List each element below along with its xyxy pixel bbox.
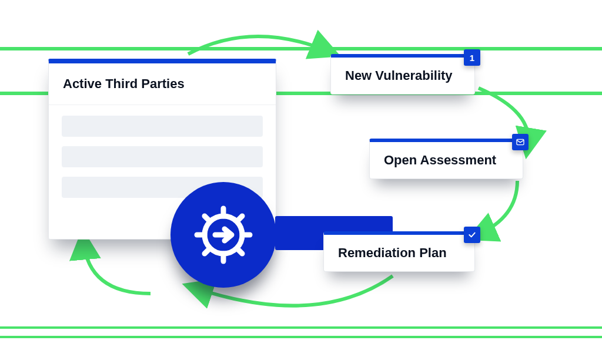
step-open-assessment: Open Assessment — [369, 139, 523, 179]
mail-badge — [512, 134, 529, 150]
panel-title: Active Third Parties — [49, 63, 276, 105]
check-badge — [464, 227, 480, 243]
step-label: New Vulnerability — [345, 68, 453, 83]
step-label: Remediation Plan — [338, 245, 447, 260]
hub-circle — [170, 182, 276, 288]
check-icon — [467, 230, 477, 240]
list-item — [62, 146, 263, 167]
mail-icon — [516, 137, 525, 147]
decorative-line — [0, 336, 602, 338]
gear-arrow-icon — [194, 205, 253, 264]
step-new-vulnerability: New Vulnerability 1 — [330, 54, 475, 95]
step-label: Open Assessment — [384, 153, 496, 167]
step-remediation-plan: Remediation Plan — [323, 231, 475, 272]
notification-badge: 1 — [464, 49, 480, 66]
list-item — [62, 116, 263, 137]
decorative-line — [0, 47, 602, 50]
badge-count: 1 — [470, 53, 474, 63]
decorative-line — [0, 326, 602, 329]
